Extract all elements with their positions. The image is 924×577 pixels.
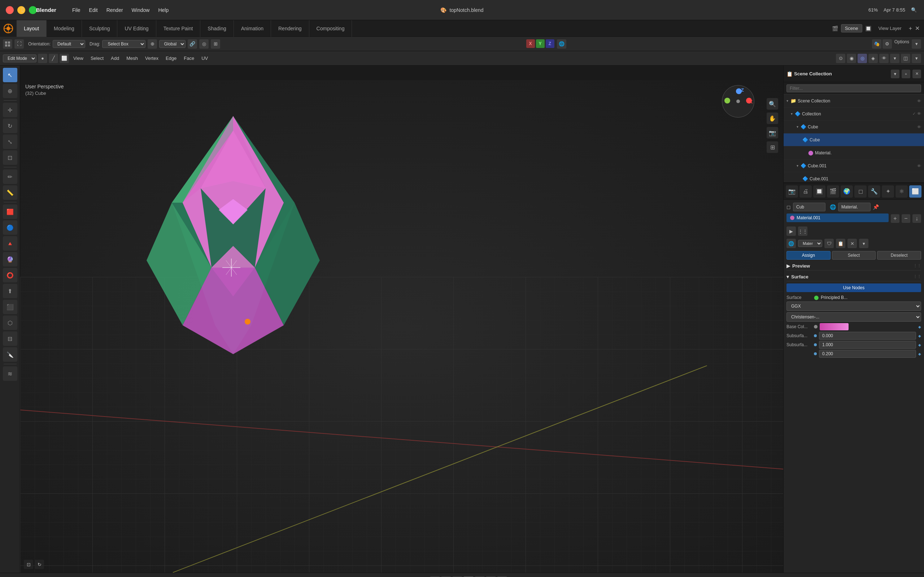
tab-layout[interactable]: Layout xyxy=(16,20,47,37)
select-btn[interactable]: Select xyxy=(832,251,876,259)
snap-btn[interactable]: 🔗 xyxy=(188,39,197,49)
add-torus-btn[interactable]: ⭕ xyxy=(3,268,17,282)
outliner-cube001-parent[interactable]: ▾ 🔷 Cube.001 👁 xyxy=(783,160,924,172)
world-props-tab[interactable]: 🌍 xyxy=(841,185,853,198)
object-name-input[interactable] xyxy=(793,203,825,211)
viewport[interactable]: User Perspective (32) Cube Z X 🔍 ✋ 📷 xyxy=(20,66,783,573)
material-list-item[interactable]: Material.001 xyxy=(787,213,888,222)
bevel-btn[interactable]: ⬡ xyxy=(3,316,17,330)
deselect-btn[interactable]: Deselect xyxy=(877,251,921,259)
measure-btn[interactable]: 📏 xyxy=(3,185,17,200)
viewport-overlay-toggle[interactable]: 👁 xyxy=(879,54,888,63)
outliner-cube-mesh[interactable]: 🔷 Cube xyxy=(783,134,924,147)
viewport-canvas[interactable]: User Perspective (32) Cube Z X 🔍 ✋ 📷 xyxy=(20,80,783,573)
add-cylinder-btn[interactable]: 🔵 xyxy=(3,220,17,235)
menu-edge[interactable]: Edge xyxy=(163,55,179,62)
pan-btn[interactable]: ✋ xyxy=(767,113,778,124)
viewport-shading-render[interactable]: ◈ xyxy=(868,54,878,63)
cursor-tool-btn[interactable]: ⊕ xyxy=(3,84,17,98)
rotate-tool-btn[interactable]: ↻ xyxy=(3,119,17,133)
y-axis-btn[interactable]: Y xyxy=(536,39,544,48)
knife-btn[interactable]: 🔪 xyxy=(3,347,17,362)
scene-props-tab[interactable]: 🎬 xyxy=(827,185,839,198)
table-view-btn[interactable]: ⊞ xyxy=(767,141,778,153)
inset-btn[interactable]: ⬛ xyxy=(3,300,17,314)
material-props-tab[interactable]: ⬜ xyxy=(909,185,921,198)
add-sphere-btn[interactable]: 🔮 xyxy=(3,252,17,266)
physics-props-tab[interactable]: ⚛ xyxy=(895,185,908,198)
object-props-tab[interactable]: ◻ xyxy=(855,185,867,198)
mode-select[interactable]: Edit Mode xyxy=(3,55,36,62)
menu-uv[interactable]: UV xyxy=(199,55,211,62)
mat-add-btn[interactable]: + xyxy=(891,214,900,223)
outliner-cube-parent[interactable]: ▾ 🔷 Cube 👁 xyxy=(783,121,924,134)
mac-minimize-btn[interactable] xyxy=(17,6,25,14)
mac-maximize-btn[interactable] xyxy=(29,6,37,14)
menu-window[interactable]: Window xyxy=(132,7,150,13)
subsurface-2-input[interactable] xyxy=(819,341,916,349)
x-axis-btn[interactable]: X xyxy=(526,39,535,48)
tab-modeling[interactable]: Modeling xyxy=(47,20,82,37)
outliner-close-btn[interactable]: ✕ xyxy=(913,69,921,78)
outliner-filter-btn[interactable]: ▼ xyxy=(891,69,900,78)
menu-face[interactable]: Face xyxy=(181,55,197,62)
viewport-shading-material[interactable]: ◎ xyxy=(858,54,867,63)
christensen-select[interactable]: Christensen-... xyxy=(787,312,921,322)
zoom-in-btn[interactable]: 🔍 xyxy=(767,98,778,110)
outliner-search-input[interactable] xyxy=(787,84,921,92)
viewport-shading-solid[interactable]: ◉ xyxy=(847,54,856,63)
transform-tool-btn[interactable]: ⊡ xyxy=(3,150,17,165)
modifier-props-tab[interactable]: 🔧 xyxy=(868,185,880,198)
grid-snap-btn[interactable]: ⊞ xyxy=(211,39,220,49)
menu-render[interactable]: Render xyxy=(107,7,123,13)
z-axis-btn[interactable]: Z xyxy=(546,39,554,48)
transform-btn[interactable]: ⛶ xyxy=(15,39,24,49)
mat-remove-btn[interactable]: − xyxy=(901,214,910,223)
search-icon[interactable]: 🔍 xyxy=(911,7,917,13)
menu-view[interactable]: View xyxy=(70,55,86,62)
loop-cut-btn[interactable]: ⊟ xyxy=(3,331,17,346)
view-nav-icon[interactable]: ↻ xyxy=(35,560,44,569)
orientation-dropdown[interactable]: Default xyxy=(53,40,85,48)
gizmo-y-dot[interactable] xyxy=(724,98,730,103)
scale-tool-btn[interactable]: ⤡ xyxy=(3,134,17,149)
menu-mesh[interactable]: Mesh xyxy=(123,55,141,62)
viewport-gizmo[interactable]: Z X xyxy=(722,85,754,118)
xray-toggle[interactable]: ◫ xyxy=(901,54,910,63)
menu-edit[interactable]: Edit xyxy=(89,7,98,13)
outliner-cube001-mesh[interactable]: 🔷 Cube.001 xyxy=(783,172,924,183)
face-mode-btn[interactable]: ⬜ xyxy=(60,54,69,63)
camera-btn[interactable]: 📷 xyxy=(767,127,778,139)
mat-node-select[interactable]: Mater xyxy=(798,240,822,247)
add-cone-btn[interactable]: 🔺 xyxy=(3,236,17,251)
shading-options-btn[interactable]: ⚙ xyxy=(882,39,892,49)
outliner-new-btn[interactable]: + xyxy=(901,69,910,78)
mat-type-btn[interactable]: 🌐 xyxy=(787,239,796,248)
gizmo-circle[interactable]: Z X xyxy=(722,85,754,118)
view-type-icon[interactable]: ⊡ xyxy=(24,560,33,569)
base-color-swatch[interactable] xyxy=(820,323,848,330)
proportional-btn[interactable]: ◎ xyxy=(199,39,208,49)
render-props-tab[interactable]: 📷 xyxy=(786,185,798,198)
mac-close-btn[interactable] xyxy=(6,6,14,14)
keyframe-play-btn[interactable]: ▶ xyxy=(787,226,796,236)
keyframe-dots-btn[interactable]: ⋮⋮ xyxy=(798,226,808,236)
mat-copy-btn[interactable]: 📋 xyxy=(836,239,845,248)
output-props-tab[interactable]: 🖨 xyxy=(800,185,812,198)
edge-mode-btn[interactable]: ╱ xyxy=(49,54,58,63)
assign-btn[interactable]: Assign xyxy=(787,251,830,259)
menu-vertex[interactable]: Vertex xyxy=(142,55,162,62)
viewport-shading-wire[interactable]: ⊙ xyxy=(836,54,845,63)
tab-rendering[interactable]: Rendering xyxy=(271,20,309,37)
overlay-btn[interactable]: 🎭 xyxy=(872,39,881,49)
subsurface-1-input[interactable] xyxy=(819,332,916,340)
tab-sculpting[interactable]: Sculpting xyxy=(82,20,118,37)
preview-section-header[interactable]: ▶ Preview ⋮⋮ xyxy=(787,262,921,271)
tab-animation[interactable]: Animation xyxy=(234,20,271,37)
drag-select[interactable]: Select Box xyxy=(102,40,145,48)
mat-close-btn[interactable]: ✕ xyxy=(848,239,857,248)
extrude-btn[interactable]: ⬆ xyxy=(3,284,17,298)
menu-file[interactable]: File xyxy=(72,7,81,13)
menu-add[interactable]: Add xyxy=(108,55,122,62)
menu-select[interactable]: Select xyxy=(88,55,107,62)
